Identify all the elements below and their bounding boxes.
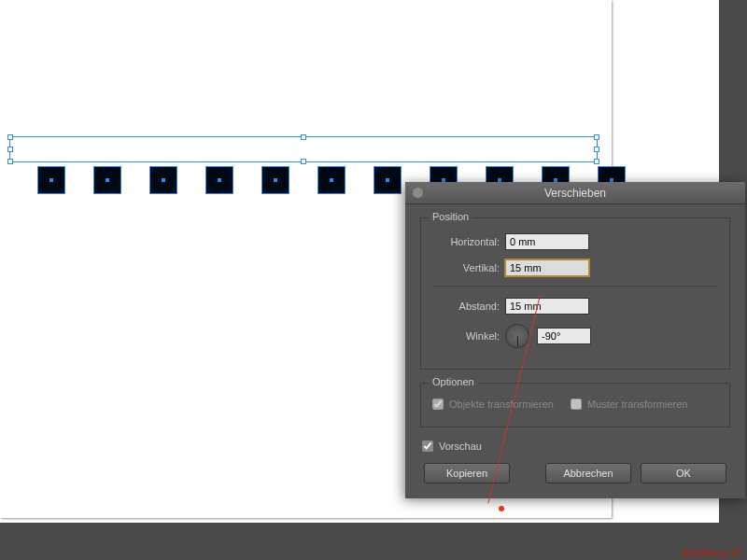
objekte-label: Objekte transformieren	[449, 399, 554, 410]
resize-handle-sw[interactable]	[7, 159, 13, 164]
position-group: Position Horizontal: 0 mm Vertikal: 15 m…	[420, 217, 730, 370]
optionen-group-label: Optionen	[429, 376, 478, 387]
app-bottom-dark	[0, 523, 747, 560]
ok-button[interactable]: OK	[641, 463, 726, 483]
vertikal-label: Vertikal:	[432, 262, 505, 273]
checkbox-icon	[432, 399, 444, 410]
selected-square[interactable]	[317, 166, 345, 194]
muster-transformieren-checkbox: Muster transformieren	[571, 399, 688, 410]
resize-handle-e[interactable]	[594, 147, 599, 152]
abstand-field[interactable]: 15 mm	[505, 298, 589, 315]
divider	[432, 286, 718, 287]
dialog-titlebar[interactable]: Verschieben	[405, 182, 745, 204]
resize-handle-w[interactable]	[7, 147, 13, 152]
resize-handle-se[interactable]	[594, 159, 599, 164]
vorschau-label: Vorschau	[439, 441, 482, 452]
resize-handle-ne[interactable]	[594, 134, 599, 140]
dialog-title: Verschieben	[544, 187, 606, 200]
objekte-transformieren-checkbox: Objekte transformieren	[432, 399, 554, 410]
abbrechen-button[interactable]: Abbrechen	[545, 463, 631, 483]
winkel-field[interactable]: -90°	[537, 328, 591, 344]
winkel-label: Winkel:	[432, 330, 505, 342]
selected-square[interactable]	[93, 166, 121, 194]
resize-handle-nw[interactable]	[7, 134, 13, 140]
vertikal-field[interactable]: 15 mm	[505, 259, 589, 276]
muster-label: Muster transformieren	[587, 399, 688, 410]
vorschau-checkbox[interactable]: Vorschau	[422, 441, 730, 452]
position-group-label: Position	[429, 211, 472, 222]
resize-handle-s[interactable]	[301, 159, 306, 164]
move-dialog: Verschieben Position Horizontal: 0 mm Ve…	[405, 182, 745, 498]
optionen-group: Optionen Objekte transformieren Muster t…	[420, 383, 730, 427]
selection-bounding-box[interactable]	[9, 136, 598, 162]
horizontal-field[interactable]: 0 mm	[505, 233, 589, 250]
selected-square[interactable]	[37, 166, 65, 194]
selected-square[interactable]	[149, 166, 177, 194]
angle-dial-icon[interactable]	[505, 324, 529, 348]
horizontal-label: Horizontal:	[432, 236, 505, 247]
abstand-label: Abstand:	[432, 301, 505, 312]
annotation-dot-icon	[499, 506, 504, 511]
selected-square[interactable]	[205, 166, 233, 194]
selected-square[interactable]	[261, 166, 289, 194]
selected-square[interactable]	[374, 166, 402, 194]
close-icon[interactable]	[413, 188, 423, 198]
checkbox-icon	[571, 399, 582, 410]
checkbox-icon[interactable]	[422, 441, 433, 452]
resize-handle-n[interactable]	[301, 134, 306, 140]
figure-caption: Abbildung 28	[682, 547, 741, 558]
